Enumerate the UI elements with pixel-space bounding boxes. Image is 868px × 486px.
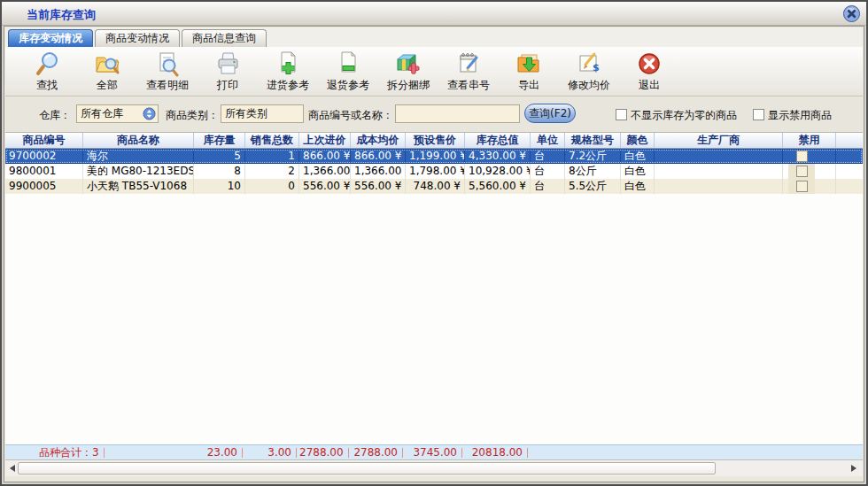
cell-stock: 8 xyxy=(194,164,245,179)
horizontal-scrollbar[interactable] xyxy=(5,459,863,476)
cell-manufacturer xyxy=(655,179,783,194)
category-value: 所有类别 xyxy=(225,107,267,120)
tab-product-change[interactable]: 商品变动情况 xyxy=(95,29,180,47)
summary-last-price: 2788.00 xyxy=(299,446,351,459)
cell-sales: 2 xyxy=(245,164,299,179)
cell-last-price: 556.00 ¥ xyxy=(299,179,351,194)
col-header-extra[interactable] xyxy=(836,133,864,148)
disabled-checkbox[interactable] xyxy=(796,150,808,162)
exit-button[interactable]: 退出 xyxy=(622,50,677,93)
all-button[interactable]: 全部 xyxy=(80,50,135,93)
col-header-manufacturer[interactable]: 生产厂商 xyxy=(655,133,783,148)
summary-label: 品种合计：3 xyxy=(39,445,99,460)
return-ref-button[interactable]: 退货参考 xyxy=(321,50,376,93)
tab-bar: 库存变动情况 商品变动情况 商品信息查询 xyxy=(5,27,863,47)
cell-unit: 台 xyxy=(531,164,565,179)
warehouse-select[interactable]: 所有仓库 xyxy=(76,104,159,123)
search-icon xyxy=(34,50,60,77)
cell-color: 白色 xyxy=(621,179,655,194)
col-header-code[interactable]: 商品编号 xyxy=(5,133,83,148)
col-header-unit[interactable]: 单位 xyxy=(531,133,565,148)
spinner-icon[interactable] xyxy=(143,107,156,120)
edit-avg-price-button[interactable]: $ 修改均价 xyxy=(562,50,616,93)
col-header-name[interactable]: 商品名称 xyxy=(83,133,194,148)
col-header-total-value[interactable]: 库存总值 xyxy=(465,133,531,148)
col-header-avg-cost[interactable]: 成本均价 xyxy=(351,133,406,148)
cell-color: 白色 xyxy=(621,149,655,164)
cell-color: 白色 xyxy=(621,164,655,179)
keyword-label: 商品编号或名称： xyxy=(308,108,393,123)
table-row[interactable]: 9800001 美的 MG80-1213EDS 8 2 1,366.00 1,3… xyxy=(5,164,863,179)
tab-product-info[interactable]: 商品信息查询 xyxy=(182,29,267,47)
cell-disabled xyxy=(783,149,836,164)
tab-stock-change[interactable]: 库存变动情况 xyxy=(8,29,93,47)
cell-avg-cost: 556.00 ¥ xyxy=(351,179,406,194)
cell-manufacturer xyxy=(655,164,783,179)
cell-code: 9700002 xyxy=(5,149,83,164)
query-button[interactable]: 查询(F2) xyxy=(524,104,576,123)
summary-preset-price: 3745.00 xyxy=(406,446,465,459)
bundle-split-icon xyxy=(395,50,422,77)
keyword-input[interactable] xyxy=(395,104,520,123)
cell-avg-cost: 1,366.00 xyxy=(351,164,406,179)
print-button[interactable]: 打印 xyxy=(200,50,255,93)
warehouse-value: 所有仓库 xyxy=(81,107,123,120)
find-button[interactable]: 查找 xyxy=(19,50,74,93)
edit-price-icon: $ xyxy=(576,50,602,77)
summary-avg-cost: 2788.00 xyxy=(351,446,406,459)
cell-total-value: 5,560.00 ¥ xyxy=(465,179,531,194)
cell-total-value: 10,928.00 ¥ xyxy=(465,164,531,179)
view-detail-button[interactable]: 查看明细 xyxy=(140,50,195,93)
cell-sales: 1 xyxy=(245,149,299,164)
summary-stock: 23.00 xyxy=(194,446,245,459)
col-header-last-price[interactable]: 上次进价 xyxy=(299,133,351,148)
cell-manufacturer xyxy=(655,149,783,164)
cell-last-price: 1,366.00 xyxy=(299,164,351,179)
scrollbar-thumb[interactable] xyxy=(18,462,716,474)
scroll-right-arrow-icon[interactable] xyxy=(851,465,856,472)
purchase-ref-button[interactable]: 进货参考 xyxy=(260,50,315,93)
cell-spec: 7.2公斤 xyxy=(565,149,621,164)
disabled-checkbox[interactable] xyxy=(796,166,808,177)
cell-sales: 0 xyxy=(245,179,299,194)
summary-row: 品种合计：3 23.00 3.00 2788.00 2788.00 3745.0… xyxy=(5,444,863,459)
cell-name: 海尔 xyxy=(83,149,194,164)
filter-bar: 仓库： 所有仓库 商品类别： 所有类别 商品编号或名称： 查询(F2) xyxy=(5,97,863,131)
cell-stock: 10 xyxy=(194,179,245,194)
cell-preset-price: 748.00 ¥ xyxy=(406,179,465,194)
col-header-disabled[interactable]: 禁用 xyxy=(783,133,836,148)
disabled-checkbox[interactable] xyxy=(796,181,808,192)
cell-code: 9900005 xyxy=(5,179,83,194)
table-row[interactable]: 9900005 小天鹅 TB55-V1068 10 0 556.00 ¥ 556… xyxy=(5,179,863,194)
window-content: 库存变动情况 商品变动情况 商品信息查询 查找 xyxy=(4,26,864,482)
close-button[interactable] xyxy=(842,4,861,23)
svg-text:$: $ xyxy=(593,62,600,73)
table-row[interactable]: 9700002 海尔 5 1 866.00 ¥ 866.00 ¥ 1,199.0… xyxy=(5,149,863,164)
show-disabled-checkbox[interactable] xyxy=(753,109,764,120)
export-button[interactable]: 导出 xyxy=(501,50,556,93)
cell-total-value: 4,330.00 ¥ xyxy=(465,149,531,164)
view-serial-button[interactable]: 查看串号 xyxy=(441,50,496,93)
col-header-spec[interactable]: 规格型号 xyxy=(565,133,621,148)
document-search-icon xyxy=(154,50,181,77)
col-header-color[interactable]: 颜色 xyxy=(621,133,655,148)
cell-extra xyxy=(836,179,864,194)
split-bundle-button[interactable]: 拆分捆绑 xyxy=(381,50,436,93)
table-header: 商品编号 商品名称 库存量 销售总数 上次进价 成本均价 预设售价 库存总值 单… xyxy=(5,133,863,149)
col-header-preset-price[interactable]: 预设售价 xyxy=(406,133,465,148)
col-header-sales[interactable]: 销售总数 xyxy=(245,133,299,148)
cell-extra xyxy=(836,164,864,179)
col-header-stock[interactable]: 库存量 xyxy=(194,133,245,148)
category-input[interactable]: 所有类别 xyxy=(221,104,304,123)
printer-icon xyxy=(214,50,241,77)
inventory-query-window: 当前库存查询 库存变动情况 商品变动情况 商品信息查询 xyxy=(0,0,868,486)
document-plus-icon xyxy=(275,50,301,77)
toolbar: 查找 全部 xyxy=(5,47,863,96)
cell-unit: 台 xyxy=(531,179,565,194)
inventory-table: 商品编号 商品名称 库存量 销售总数 上次进价 成本均价 预设售价 库存总值 单… xyxy=(5,132,863,476)
scroll-left-arrow-icon[interactable] xyxy=(10,465,15,472)
show-disabled-label: 显示禁用商品 xyxy=(768,108,832,123)
cell-disabled xyxy=(783,179,836,194)
hide-zero-stock-checkbox[interactable] xyxy=(616,109,627,120)
cell-spec: 8公斤 xyxy=(565,164,621,179)
